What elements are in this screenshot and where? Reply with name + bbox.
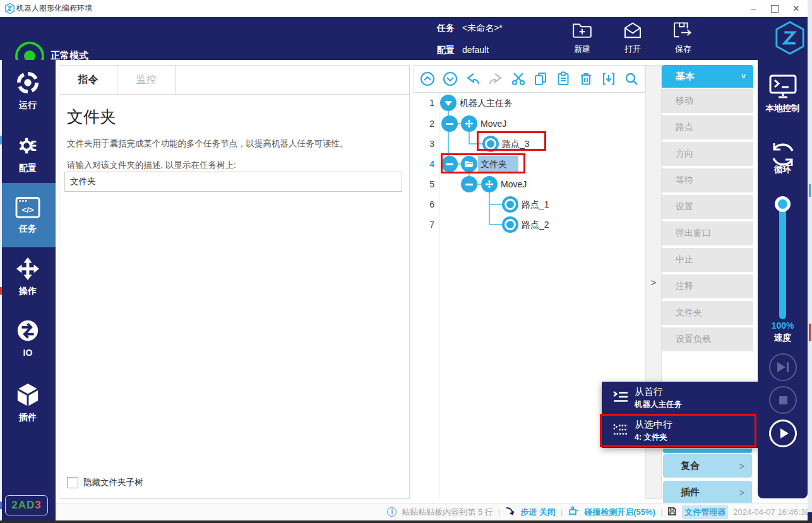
movej-node-icon[interactable] bbox=[461, 115, 477, 132]
step-button[interactable] bbox=[769, 353, 797, 381]
tree-node-label[interactable]: 路点_1 bbox=[522, 199, 549, 211]
waypoint-node-icon[interactable] bbox=[502, 216, 518, 233]
sidebar-item-run[interactable]: 运行 bbox=[0, 71, 56, 111]
search-icon[interactable] bbox=[623, 71, 640, 87]
badge-green-part: 2AD bbox=[11, 499, 35, 512]
status-bar: i 粘贴粘贴板内容到第 5 行 | 步进 关闭 | 碰撞检测开启(55%) | … bbox=[56, 503, 812, 520]
sidebar-item-config[interactable]: 配置 bbox=[0, 134, 56, 174]
folder-description-1: 文件夹用于囊括完成某个功能的多个任务节点，以提高机器人任务可读性。 bbox=[67, 138, 402, 150]
redo-icon[interactable] bbox=[487, 71, 504, 87]
tree-node-label[interactable]: 机器人主任务 bbox=[460, 98, 513, 109]
tree-row-number: 3 bbox=[417, 139, 434, 149]
speed-slider-track[interactable] bbox=[779, 203, 786, 319]
step-mode-status[interactable]: 步进 关闭 bbox=[520, 507, 556, 518]
command-item-popup[interactable]: 弹出窗口 bbox=[662, 221, 753, 245]
new-file-icon bbox=[572, 30, 592, 41]
tree-connector bbox=[489, 192, 490, 225]
window-title: 机器人图形化编程环境 bbox=[16, 3, 92, 14]
collision-detect-icon bbox=[568, 506, 579, 518]
minimize-button[interactable]: – bbox=[743, 0, 764, 17]
sidebar-run-label: 运行 bbox=[0, 100, 56, 111]
command-group-basic[interactable]: 基本 ˅ bbox=[662, 65, 753, 88]
sidebar-item-task[interactable]: </> 任务 bbox=[0, 183, 56, 247]
command-item-move[interactable]: 移动 bbox=[662, 89, 753, 113]
tree-row-number: 2 bbox=[417, 119, 434, 129]
config-label: 配置 bbox=[437, 45, 455, 55]
sidebar-operate-label: 操作 bbox=[0, 286, 56, 297]
paste-icon[interactable] bbox=[555, 71, 571, 87]
tree-node-label[interactable]: MoveJ bbox=[501, 179, 527, 189]
sidebar-item-plugin[interactable]: 插件 bbox=[0, 383, 56, 423]
command-item-set[interactable]: 设置 bbox=[662, 195, 753, 219]
command-item-comment[interactable]: 注释 bbox=[662, 274, 753, 298]
command-item-abort[interactable]: 中止 bbox=[662, 248, 753, 272]
collapse-node-icon[interactable] bbox=[461, 176, 477, 192]
code-window-icon: </> bbox=[15, 209, 40, 220]
collapse-node-icon[interactable] bbox=[441, 115, 458, 132]
task-value: <未命名>* bbox=[462, 23, 503, 33]
file-manager-icon bbox=[667, 507, 677, 518]
svg-text:</>: </> bbox=[21, 205, 33, 214]
folder-name-input[interactable] bbox=[64, 172, 402, 192]
command-item-wait[interactable]: 等待 bbox=[662, 168, 753, 192]
root-node-icon[interactable] bbox=[440, 95, 457, 111]
separator: | bbox=[660, 507, 662, 517]
open-task-button[interactable]: 打开 bbox=[614, 21, 652, 55]
title-bar: 机器人图形化编程环境 – ✕ bbox=[0, 0, 812, 17]
command-item-direction[interactable]: 方向 bbox=[662, 142, 753, 166]
waypoint-node-icon[interactable] bbox=[502, 196, 518, 213]
move-up-icon[interactable] bbox=[419, 71, 436, 87]
save-task-button[interactable]: 保存 bbox=[664, 21, 702, 55]
tab-instruction[interactable]: 指令 bbox=[59, 66, 117, 94]
copy-icon[interactable] bbox=[532, 71, 549, 87]
badge-red-part: 3 bbox=[35, 499, 41, 512]
sidebar-item-operate[interactable]: 操作 bbox=[0, 257, 56, 297]
play-button[interactable] bbox=[769, 420, 797, 447]
file-manager-link[interactable]: 文件管理器 bbox=[682, 505, 728, 519]
task-row: 任务<未命名>* bbox=[437, 23, 503, 34]
movej-node-icon[interactable] bbox=[481, 176, 498, 192]
panel-title: 文件夹 bbox=[67, 106, 409, 128]
command-panel-sliver bbox=[663, 449, 752, 453]
move-down-icon[interactable] bbox=[442, 71, 458, 87]
hide-subtree-row: 隐藏文件夹子树 bbox=[67, 477, 143, 488]
loop-label: 循环 bbox=[758, 164, 808, 175]
new-task-button[interactable]: 新建 bbox=[563, 21, 601, 55]
header-bar: 正常模式 任务<未命名>* 配置default 新建 打开 保存 bbox=[0, 17, 808, 60]
sidebar-item-io[interactable]: IO bbox=[0, 319, 56, 358]
background-window-strip bbox=[808, 0, 812, 523]
insert-icon[interactable] bbox=[600, 71, 617, 87]
command-item-waypoint[interactable]: 路点 bbox=[662, 115, 753, 139]
delete-icon[interactable] bbox=[578, 71, 594, 87]
command-item-payload[interactable]: 设置负载 bbox=[662, 327, 753, 351]
command-item-folder[interactable]: 文件夹 bbox=[662, 301, 753, 325]
app-logo-icon bbox=[4, 3, 15, 16]
tree-connector bbox=[489, 204, 503, 205]
command-group-compound[interactable]: 复合 > bbox=[663, 454, 752, 478]
brand-logo-icon bbox=[774, 20, 806, 58]
speed-value: 100% bbox=[758, 320, 808, 331]
tab-monitor[interactable]: 监控 bbox=[117, 66, 176, 94]
chevron-down-icon: ˅ bbox=[741, 72, 746, 81]
instruction-tabs: 指令 监控 bbox=[59, 66, 409, 95]
sidebar-io-label: IO bbox=[0, 348, 56, 358]
tree-connector bbox=[469, 132, 470, 144]
undo-icon[interactable] bbox=[465, 71, 481, 87]
collision-detect-status[interactable]: 碰撞检测开启(55%) bbox=[584, 507, 655, 518]
cut-icon[interactable] bbox=[510, 71, 527, 87]
right-sidebar: 本地控制 循环 100% 速度 bbox=[758, 60, 808, 498]
close-button[interactable]: ✕ bbox=[785, 0, 807, 17]
stop-button[interactable] bbox=[769, 386, 797, 414]
menu-item-from-first-line[interactable]: 从首行 机器人主任务 bbox=[602, 382, 758, 414]
tree-node-label[interactable]: 路点_2 bbox=[522, 220, 549, 231]
tree-node-label[interactable]: MoveJ bbox=[481, 119, 506, 129]
local-control-label: 本地控制 bbox=[758, 103, 808, 114]
config-value: default bbox=[462, 45, 489, 55]
move-arrows-icon bbox=[16, 272, 40, 283]
local-control-icon[interactable] bbox=[769, 74, 797, 102]
speed-slider-handle[interactable] bbox=[775, 196, 791, 212]
info-icon: i bbox=[387, 507, 397, 517]
maximize-button[interactable] bbox=[764, 0, 785, 17]
hide-subtree-checkbox[interactable] bbox=[67, 477, 78, 488]
command-group-plugin[interactable]: 插件 > bbox=[663, 481, 752, 504]
